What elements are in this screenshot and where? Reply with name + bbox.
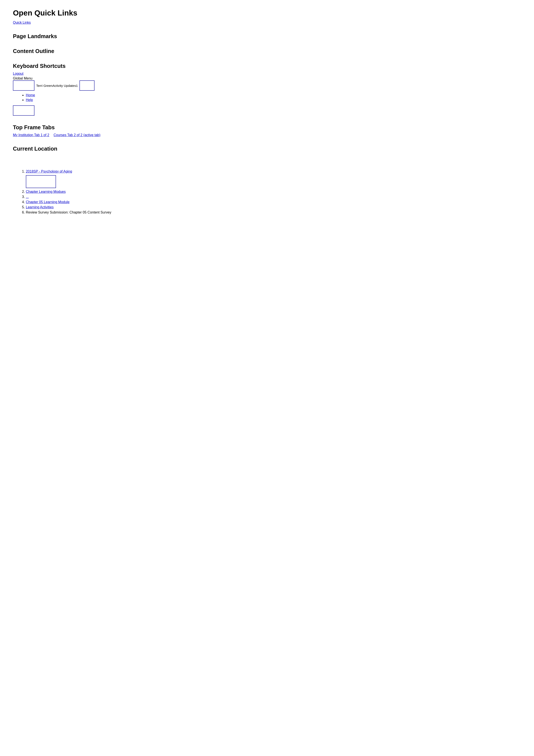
content-outline-heading: Content Outline — [13, 48, 181, 54]
breadcrumb-link-4[interactable]: Chapter 05 Learning Module — [26, 200, 69, 204]
breadcrumb-text-6: Review Survey Submission: Chapter 05 Con… — [26, 210, 111, 214]
page-main-title: Open Quick Links — [13, 9, 181, 17]
breadcrumb-item-1: 2018SP - Psychology of Aging — [26, 170, 181, 188]
breadcrumb-item-2: Chapter Learning Modues — [26, 190, 181, 194]
tab-courses[interactable]: Courses Tab 2 of 2 (active tab) — [54, 133, 101, 137]
breadcrumb-link-3[interactable]: ... — [26, 195, 29, 199]
location-spacer — [13, 154, 181, 167]
nav-link-home[interactable]: Home — [26, 93, 35, 97]
user-name: Terri Green — [36, 84, 53, 88]
global-nav-list: Home Help — [13, 93, 181, 102]
top-frame-section: Top Frame Tabs My Institution Tab 1 of 2… — [13, 124, 181, 137]
quick-links-section: Quick Links — [13, 21, 181, 25]
breadcrumb-item-5: Learning Activities — [26, 205, 181, 209]
nav-link-help[interactable]: Help — [26, 98, 33, 102]
logout-link[interactable]: Logout — [13, 72, 181, 76]
current-location-heading: Current Location — [13, 146, 181, 152]
activity-updates: Activity Updates1 — [53, 84, 78, 88]
header-bar: Terri GreenActivity Updates1 — [13, 80, 181, 91]
header-user-activity: Terri GreenActivity Updates1 — [36, 84, 78, 88]
global-menu-label: Global Menu — [13, 76, 33, 80]
breadcrumb-link-2[interactable]: Chapter Learning Modues — [26, 190, 66, 194]
breadcrumb-link-5[interactable]: Learning Activities — [26, 205, 54, 209]
nav-item-home[interactable]: Home — [26, 93, 181, 97]
tabs-row: My Institution Tab 1 of 2 Courses Tab 2 … — [13, 133, 181, 137]
breadcrumb-inner-box-1 — [26, 175, 56, 188]
header-right-box — [79, 80, 94, 91]
breadcrumb-item-3: ... — [26, 195, 181, 199]
content-outline-section: Content Outline — [13, 48, 181, 54]
top-frame-heading: Top Frame Tabs — [13, 124, 181, 131]
small-decorative-box — [13, 105, 35, 116]
breadcrumb-list: 2018SP - Psychology of Aging Chapter Lea… — [13, 170, 181, 214]
breadcrumb-item-6: Review Survey Submission: Chapter 05 Con… — [26, 210, 181, 214]
keyboard-shortcuts-section: Keyboard Shortcuts — [13, 63, 181, 69]
breadcrumb-link-1[interactable]: 2018SP - Psychology of Aging — [26, 170, 72, 173]
breadcrumb-item-4: Chapter 05 Learning Module — [26, 200, 181, 204]
header-logo-box — [13, 80, 35, 91]
tab-my-institution[interactable]: My Institution Tab 1 of 2 — [13, 133, 49, 137]
page-landmarks-section: Page Landmarks — [13, 33, 181, 40]
current-location-section: Current Location 2018SP - Psychology of … — [13, 146, 181, 214]
page-landmarks-heading: Page Landmarks — [13, 33, 181, 40]
keyboard-shortcuts-heading: Keyboard Shortcuts — [13, 63, 181, 69]
quick-links-link[interactable]: Quick Links — [13, 21, 181, 25]
nav-item-help[interactable]: Help — [26, 98, 181, 102]
global-menu-area: Logout Global Menu Terri GreenActivity U… — [13, 72, 181, 116]
